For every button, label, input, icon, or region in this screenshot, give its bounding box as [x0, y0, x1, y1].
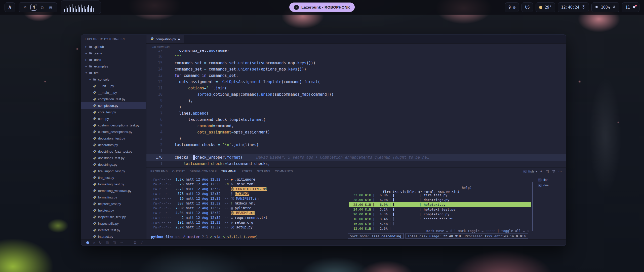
- separator: |: [371, 221, 376, 226]
- workspace-icon-2[interactable]: N: [30, 4, 37, 11]
- tree-item[interactable]: inspectutils_test.py: [81, 214, 146, 220]
- panel-tab[interactable]: GITLENS: [257, 170, 270, 173]
- tree-item[interactable]: interact_test.py: [81, 227, 146, 233]
- volume-label: 100%: [601, 5, 610, 10]
- tree-item[interactable]: fire_import_test.py: [81, 168, 146, 174]
- explorer-more-actions-icon[interactable]: ⋯: [139, 37, 143, 41]
- token: --: [220, 187, 229, 191]
- tree-item[interactable]: inspectutils.py: [81, 220, 146, 227]
- tree-item[interactable]: core_test.py: [81, 109, 146, 115]
- tree-item[interactable]: __main__.py: [81, 89, 146, 96]
- token: 4.0k: [171, 211, 184, 215]
- token: 12 Aug 12:32: [194, 216, 221, 220]
- temperature-label: 29°: [545, 5, 551, 10]
- separator: |: [418, 202, 423, 207]
- tree-item[interactable]: docstrings_fuzz_test.py: [81, 148, 146, 155]
- check-icon[interactable]: ✓: [140, 241, 143, 244]
- tree-item[interactable]: console: [81, 76, 146, 83]
- tree-item[interactable]: core.py: [81, 115, 146, 122]
- tree-item[interactable]: decorators_test.py: [81, 135, 146, 142]
- dua-row[interactable]: 20.00 KiB| 4.3%| | completion.py: [349, 212, 531, 217]
- terminal-list-item[interactable]: >_ fish: [535, 177, 566, 183]
- book-icon[interactable]: ▤: [105, 241, 109, 244]
- panel-tab[interactable]: OUTPUT: [172, 170, 185, 173]
- terminal-picker[interactable]: >_ fish ▾: [523, 169, 537, 173]
- line-number: 8: [146, 104, 163, 110]
- tree-item[interactable]: .venv: [81, 50, 146, 56]
- separator: |: [388, 226, 393, 231]
- audio-widget[interactable]: 100%: [591, 2, 619, 12]
- dua-row[interactable]: 28.00 KiB| 6.0%| | helptext.py: [349, 202, 531, 207]
- panel-tab[interactable]: PROBLEMS: [150, 170, 168, 173]
- split-terminal-button[interactable]: ◫: [546, 169, 549, 173]
- workspace-icon-3[interactable]: ▢: [39, 4, 45, 10]
- search-icon[interactable]: ○: [93, 241, 95, 244]
- tree-item[interactable]: helptext_test.py: [81, 200, 146, 207]
- token: 12 Aug 12:32: [194, 187, 221, 191]
- token: matt: [184, 177, 194, 181]
- code-line: 176 checks = check_wrapper.format( David…: [146, 154, 566, 161]
- token: on: [173, 235, 182, 239]
- chevron-icon: [89, 78, 92, 81]
- tree-item[interactable]: fire: [81, 70, 146, 76]
- dua-size: 28.00 KiB: [349, 202, 371, 207]
- tree-item[interactable]: custom_descriptions.py: [81, 128, 146, 135]
- tree-item[interactable]: docstrings.py: [81, 161, 146, 168]
- workspace-icon-4[interactable]: ▤: [48, 4, 54, 10]
- dua-row[interactable]: 24.00 KiB| 5.1%| | helptext_test.py: [349, 207, 531, 212]
- notifications-widget[interactable]: 11: [622, 2, 639, 12]
- panel-tab[interactable]: TERMINAL: [221, 170, 237, 173]
- panel-tab[interactable]: PORTS: [242, 170, 252, 173]
- tree-item-label: formatting.py: [98, 195, 117, 199]
- tree-item[interactable]: __init__.py: [81, 83, 146, 89]
- clock-widget[interactable]: 12:40:24: [558, 2, 589, 12]
- tree-item[interactable]: interact.py: [81, 233, 146, 239]
- terminal-name: dua: [543, 183, 549, 188]
- panel-more-button[interactable]: ⋯: [558, 169, 562, 173]
- tree-item[interactable]: .github: [81, 43, 146, 50]
- tree-item[interactable]: docs: [81, 56, 146, 63]
- panel-tab[interactable]: COMMENTS: [275, 170, 293, 173]
- tree-item[interactable]: fire_test.py: [81, 174, 146, 181]
- token: 12 Aug 12:32: [194, 211, 221, 215]
- dua-pane[interactable]: Disk Usage Analyzer v2.29.2 (press ? for…: [345, 175, 535, 239]
- kill-terminal-button[interactable]: [552, 169, 555, 173]
- launcher-logo[interactable]: A: [5, 2, 15, 12]
- tree-item[interactable]: examples: [81, 63, 146, 70]
- new-terminal-button[interactable]: +: [540, 169, 543, 173]
- tree-item[interactable]: completion_test.py: [81, 96, 146, 102]
- token: --: [220, 196, 229, 200]
- tree-item[interactable]: decorators.py: [81, 142, 146, 148]
- terminal-list-item[interactable]: >_ dua: [535, 183, 566, 188]
- tree-item[interactable]: formatting_test.py: [81, 181, 146, 187]
- tree-item[interactable]: formatting.py: [81, 194, 146, 200]
- dua-help-line: mark-move = d | mark-toggle = space | to…: [394, 219, 530, 233]
- explorer-header: EXPLORER: PYTHON-FIRE ⋯: [81, 35, 146, 43]
- token: (lines): [243, 143, 259, 147]
- audio-visualizer-widget[interactable]: [61, 1, 101, 14]
- tree-item[interactable]: custom_descriptions_test.py: [81, 122, 146, 128]
- tree-item[interactable]: docstrings_test.py: [81, 155, 146, 161]
- split-editor-icon[interactable]: ◫: [112, 241, 116, 244]
- dua-row[interactable]: 28.00 KiB| 6.0%| | docstrings.py: [349, 197, 531, 202]
- tree-item[interactable]: formatting_windows.py: [81, 187, 146, 194]
- settings-gear-icon[interactable]: ⚙: [134, 241, 137, 244]
- sync-icon[interactable]: ↻: [99, 241, 102, 244]
- token: 2.7k: [171, 187, 184, 191]
- now-playing-widget[interactable]: ♪ Lazerpunk - ROBOPHONK: [289, 3, 355, 12]
- panel-tab[interactable]: DEBUG CONSOLE: [190, 170, 217, 173]
- terminal-shell-pane[interactable]: .rw-r--r-- 1.2k matt 12 Aug 12:32 -- ◆ .…: [146, 175, 345, 239]
- editor[interactable]: 17 commands_set.add(name) 16 """ 15: [146, 50, 566, 167]
- weather-widget[interactable]: 29°: [536, 2, 555, 12]
- keyboard-layout-widget[interactable]: US: [521, 2, 533, 12]
- updates-widget[interactable]: 9 ⚙: [505, 2, 519, 12]
- tab-completion-py[interactable]: completion.py ●: [146, 35, 184, 43]
- chevron-icon: [85, 65, 88, 68]
- workspace-icon-1[interactable]: ⊘: [22, 4, 28, 10]
- tree-item[interactable]: completion.py: [81, 102, 146, 109]
- token: add: [209, 50, 216, 53]
- more-icon[interactable]: ⋯: [120, 241, 123, 244]
- token: matt: [184, 216, 194, 220]
- tree-item[interactable]: helptext.py: [81, 207, 146, 214]
- status-dot[interactable]: [86, 241, 89, 244]
